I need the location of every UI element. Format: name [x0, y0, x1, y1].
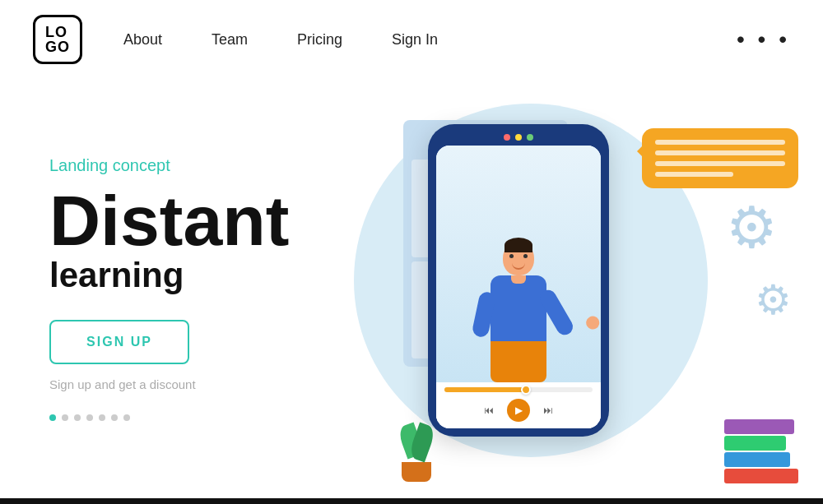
phone-illustration: ⏮ ▶ ⏭ — [428, 124, 609, 437]
nav-pricing[interactable]: Pricing — [297, 31, 342, 49]
main-content: Landing concept Distant learning SIGN UP… — [0, 79, 823, 498]
book-3 — [724, 436, 786, 451]
books-illustration — [724, 419, 798, 483]
play-button[interactable]: ▶ — [507, 399, 530, 422]
person-pants — [491, 341, 546, 382]
person-eye-left — [509, 254, 514, 258]
dot-7[interactable] — [123, 414, 130, 421]
bubble-line-3 — [655, 161, 785, 166]
plant-leaves — [402, 424, 431, 460]
progress-thumb — [521, 385, 531, 395]
nav-about[interactable]: About — [123, 31, 162, 49]
dot-5[interactable] — [99, 414, 105, 421]
page-tag: Landing concept — [49, 156, 280, 175]
rewind-button[interactable]: ⏮ — [484, 405, 494, 416]
gear-small-icon: ⚙ — [755, 276, 792, 324]
person-head — [503, 241, 534, 275]
person-arm-right — [537, 287, 575, 338]
nav-signin[interactable]: Sign In — [392, 31, 438, 49]
more-options-icon[interactable]: • • • — [737, 26, 790, 53]
media-controls: ⏮ ▶ ⏭ — [444, 399, 593, 422]
signup-button[interactable]: SIGN UP — [49, 320, 189, 364]
dot-6[interactable] — [111, 414, 118, 421]
dot-2[interactable] — [62, 414, 68, 421]
discount-text: Sign up and get a discount — [49, 377, 280, 391]
hero-title-sub: learning — [49, 256, 280, 295]
person-smile — [512, 263, 525, 270]
progress-fill — [444, 387, 526, 392]
left-panel: Landing concept Distant learning SIGN UP… — [0, 79, 329, 498]
fast-forward-button[interactable]: ⏭ — [543, 405, 553, 416]
progress-bar — [444, 387, 593, 392]
nav-team[interactable]: Team — [212, 31, 248, 49]
nav: About Team Pricing Sign In — [123, 31, 438, 49]
bubble-line-1 — [655, 140, 785, 145]
bottom-bar: VectorStock VectorStock.com/38094324 — [0, 498, 823, 504]
person-body — [491, 275, 546, 341]
screen-controls: ⏮ ▶ ⏭ — [436, 382, 601, 428]
dot-3[interactable] — [74, 414, 81, 421]
plant-illustration — [402, 424, 431, 482]
phone-dot-yellow — [515, 134, 522, 141]
person-figure — [491, 241, 546, 382]
speech-bubble — [642, 128, 798, 188]
phone-dot-green — [527, 134, 533, 141]
pagination-dots — [49, 414, 280, 421]
gear-large-icon: ⚙ — [726, 194, 778, 261]
phone-dot-red — [504, 134, 510, 141]
book-1 — [724, 469, 798, 483]
person-hand-right — [584, 314, 601, 332]
header: LOGO About Team Pricing Sign In • • • — [0, 0, 823, 79]
person-eye-right — [523, 254, 528, 258]
book-4 — [724, 419, 794, 434]
book-2 — [724, 452, 790, 467]
dot-1[interactable] — [49, 414, 56, 421]
bubble-line-4 — [655, 172, 733, 177]
plant-pot — [402, 462, 431, 482]
bubble-line-2 — [655, 150, 785, 155]
dot-4[interactable] — [86, 414, 93, 421]
person-neck — [511, 275, 526, 284]
phone-dots — [504, 134, 533, 141]
hero-title-main: Distant — [49, 185, 280, 256]
screen-person-area — [436, 146, 601, 382]
person-arm-left — [472, 291, 497, 339]
person-hair — [504, 238, 532, 252]
illustration-panel: ⏮ ▶ ⏭ ⚙ ⚙ — [329, 79, 823, 498]
phone-screen: ⏮ ▶ ⏭ — [436, 146, 601, 428]
logo[interactable]: LOGO — [33, 15, 82, 64]
